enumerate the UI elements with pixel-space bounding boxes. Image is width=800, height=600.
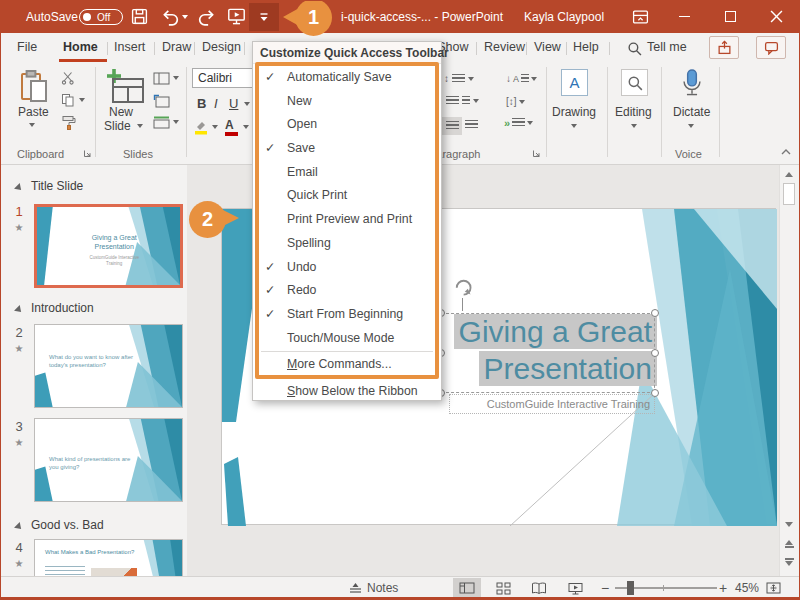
selection-handle[interactable] xyxy=(651,389,659,397)
tab-design[interactable]: Design xyxy=(202,40,241,54)
font-name-combobox[interactable]: Calibri xyxy=(192,68,260,88)
editing-label[interactable]: Editing xyxy=(615,105,652,119)
share-button[interactable] xyxy=(709,36,739,59)
undo-button[interactable] xyxy=(161,8,179,26)
close-button[interactable] xyxy=(770,10,783,23)
drawing-dropdown-arrow[interactable] xyxy=(571,124,577,128)
menu-item-quick-print[interactable]: ✓Quick Print xyxy=(253,184,441,208)
slide-1-thumbnail[interactable]: Giving a GreatPresentation CustomGuide I… xyxy=(34,204,183,288)
scroll-down-arrow[interactable] xyxy=(782,517,796,531)
drawing-icon[interactable]: A xyxy=(561,69,588,96)
slide-layout-icon[interactable] xyxy=(153,72,171,85)
tell-me-label[interactable]: Tell me xyxy=(647,40,687,54)
scrollbar-thumb[interactable] xyxy=(783,183,795,205)
menu-item-spelling[interactable]: ✓Spelling xyxy=(253,232,441,256)
new-slide-label-line1[interactable]: New xyxy=(109,105,133,119)
maximize-button[interactable] xyxy=(725,11,736,22)
paragraph-dialog-launcher-icon[interactable] xyxy=(532,149,541,158)
menu-item-print-preview-and-print[interactable]: ✓Print Preview and Print xyxy=(253,208,441,232)
copy-dropdown-arrow[interactable] xyxy=(79,98,85,102)
justify-button[interactable] xyxy=(465,120,478,130)
undo-dropdown-arrow[interactable] xyxy=(182,15,188,19)
tab-view[interactable]: View xyxy=(534,40,561,54)
font-color-dropdown-arrow[interactable] xyxy=(243,125,249,129)
new-slide-label-line2[interactable]: Slide xyxy=(104,119,131,133)
editing-icon[interactable] xyxy=(621,69,648,96)
zoom-in-button[interactable]: + xyxy=(719,580,727,596)
slide-3-thumbnail[interactable]: What kind of presentations are you givin… xyxy=(34,418,183,502)
zoom-out-button[interactable]: − xyxy=(601,580,609,596)
section-dropdown-arrow[interactable] xyxy=(173,120,179,124)
section-collapse-icon[interactable] xyxy=(14,183,24,193)
slide-show-view-button[interactable] xyxy=(561,578,589,598)
zoom-level[interactable]: 45% xyxy=(735,581,759,595)
format-painter-icon[interactable] xyxy=(61,115,76,130)
paste-dropdown-arrow[interactable] xyxy=(29,123,35,127)
bold-button[interactable]: B xyxy=(197,96,206,111)
menu-item-start-from-beginning[interactable]: ✓Start From Beginning xyxy=(253,303,441,327)
previous-slide-button[interactable] xyxy=(782,537,796,551)
ribbon-display-options-icon[interactable] xyxy=(632,9,649,25)
line-spacing-icon[interactable]: ↕ xyxy=(444,73,474,84)
menu-item-save[interactable]: ✓Save xyxy=(253,137,441,161)
reading-view-button[interactable] xyxy=(525,578,553,598)
next-slide-button[interactable] xyxy=(782,555,796,569)
sort-icon[interactable]: ↓A xyxy=(506,73,537,84)
tab-insert[interactable]: Insert xyxy=(114,40,145,54)
tab-home[interactable]: Home xyxy=(63,40,98,54)
section-collapse-icon[interactable] xyxy=(14,522,24,532)
editing-dropdown-arrow[interactable] xyxy=(631,124,637,128)
section-icon[interactable] xyxy=(153,116,171,129)
menu-item-redo[interactable]: ✓Redo xyxy=(253,279,441,303)
bullets-icon[interactable] xyxy=(446,96,479,106)
dictate-dropdown-arrow[interactable] xyxy=(688,124,694,128)
autosave-toggle[interactable]: Off xyxy=(79,9,123,25)
fit-slide-to-window-icon[interactable] xyxy=(766,581,782,595)
menu-item-new[interactable]: ✓New xyxy=(253,90,441,114)
tab-file[interactable]: File xyxy=(17,40,37,54)
tab-draw[interactable]: Draw xyxy=(162,40,191,54)
menu-item-touch-mouse-mode[interactable]: ✓Touch/Mouse Mode xyxy=(253,327,441,351)
comments-button[interactable] xyxy=(756,36,786,59)
underline-button[interactable]: U xyxy=(229,96,238,111)
align-text-icon[interactable]: [↕] xyxy=(506,96,525,107)
menu-item-more-commands[interactable]: ✓More Commands... xyxy=(253,353,441,377)
menu-item-automatically-save[interactable]: ✓Automatically Save xyxy=(253,66,441,90)
dictate-icon[interactable] xyxy=(679,67,705,99)
new-slide-icon[interactable] xyxy=(105,69,145,105)
menu-item-open[interactable]: ✓Open xyxy=(253,113,441,137)
main-scrollbar[interactable] xyxy=(779,165,799,576)
highlight-dropdown-arrow[interactable] xyxy=(212,125,218,129)
selection-handle[interactable] xyxy=(651,309,659,317)
slide-sorter-view-button[interactable] xyxy=(489,578,517,598)
font-color-icon[interactable]: A xyxy=(225,118,238,136)
cut-icon[interactable] xyxy=(61,71,75,85)
scroll-up-arrow[interactable] xyxy=(782,167,796,181)
italic-button[interactable]: I xyxy=(214,96,218,111)
search-icon[interactable] xyxy=(627,41,642,56)
section-introduction[interactable]: Introduction xyxy=(31,301,94,315)
paste-label[interactable]: Paste xyxy=(18,105,49,119)
redo-button[interactable] xyxy=(198,8,216,26)
align-left-button[interactable] xyxy=(442,117,462,135)
paste-icon[interactable] xyxy=(19,68,49,104)
section-good-vs-bad[interactable]: Good vs. Bad xyxy=(31,518,104,532)
zoom-slider-thumb[interactable] xyxy=(627,581,634,595)
normal-view-button[interactable] xyxy=(453,578,481,598)
section-title-slide[interactable]: Title Slide xyxy=(31,179,83,193)
customize-quick-access-toolbar-button[interactable] xyxy=(249,3,279,31)
save-icon[interactable] xyxy=(131,8,148,25)
collapse-ribbon-icon[interactable] xyxy=(780,147,792,156)
notes-button[interactable]: Notes xyxy=(367,581,398,595)
section-collapse-icon[interactable] xyxy=(14,305,24,315)
slide-4-thumbnail[interactable]: What Makes a Bad Presentation? xyxy=(34,539,183,576)
text-highlight-icon[interactable] xyxy=(193,119,209,135)
rotate-handle-icon[interactable] xyxy=(451,275,474,298)
clipboard-dialog-launcher-icon[interactable] xyxy=(83,149,92,158)
drawing-label[interactable]: Drawing xyxy=(552,105,596,119)
reset-slide-icon[interactable] xyxy=(153,94,170,108)
start-from-beginning-icon[interactable] xyxy=(227,7,246,26)
title-placeholder-selection-box[interactable] xyxy=(441,313,655,393)
minimize-button[interactable] xyxy=(679,16,690,17)
selection-handle[interactable] xyxy=(651,349,659,357)
